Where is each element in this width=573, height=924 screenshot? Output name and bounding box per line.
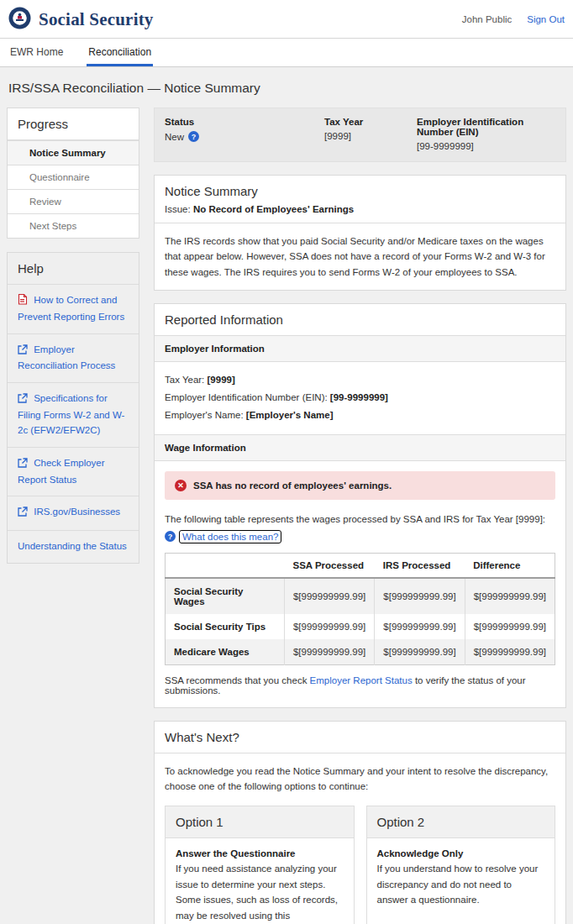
progress-title: Progress (8, 108, 139, 140)
external-link-icon (18, 395, 30, 405)
content-area: IRS/SSA Reconciliation — Notice Summary … (0, 67, 573, 924)
help-link-correct-errors[interactable]: How to Correct and Prevent Reporting Err… (8, 284, 139, 333)
tax-year-field: Tax Year [9999] (324, 117, 408, 151)
what-does-this-mean-row: ? What does this mean? (155, 528, 565, 544)
help-link-understanding-status[interactable]: Understanding the Status (8, 530, 139, 563)
option-1-title: Option 1 (166, 806, 354, 838)
status-bar: Status New ? Tax Year [9999] Employer Id… (154, 108, 566, 162)
reported-information-card: Reported Information Employer Informatio… (154, 303, 566, 707)
row-label: Medicare Wages (166, 639, 285, 665)
help-link-label: Check Employer Report Status (18, 458, 105, 485)
option-1-text: If you need assistance analyzing your is… (176, 861, 344, 924)
cell-value: $[999999999.99] (284, 614, 374, 639)
help-link-label: Specifications for Filing Forms W-2 and … (18, 393, 124, 435)
tax-year-label: Tax Year (324, 117, 408, 127)
employer-information-strip: Employer Information (155, 336, 565, 362)
employer-field-ein: Employer Identification Number (EIN): [9… (165, 389, 555, 407)
error-alert: ✕ SSA has no record of employees' earnin… (165, 471, 555, 500)
whats-next-card: What's Next? To acknowledge you read the… (154, 721, 566, 924)
row-label: Social Security Wages (166, 578, 285, 614)
help-link-label: IRS.gov/Businesses (34, 507, 120, 517)
field-label: Employer Identification Number (EIN): (165, 392, 328, 402)
issue-value: No Record of Employees' Earnings (193, 204, 354, 214)
cell-value: $[999999999.99] (375, 614, 465, 639)
user-name: John Public (462, 14, 512, 24)
option-2-text: If you understand how to resolve your di… (377, 861, 545, 907)
option-2-heading: Acknowledge Only (377, 848, 545, 858)
brand: Social Security (8, 7, 154, 32)
field-label: Employer's Name: (165, 410, 244, 420)
tab-reconciliation[interactable]: Reconciliation (87, 39, 153, 66)
pdf-icon (18, 297, 30, 307)
sidebar: Progress Notice Summary Questionnaire Re… (7, 108, 139, 564)
external-link-icon (18, 508, 30, 518)
col-ssa-processed: SSA Processed (284, 553, 374, 578)
notice-summary-card: Notice Summary Issue: No Record of Emplo… (154, 175, 566, 291)
cell-value: $[999999999.99] (465, 639, 555, 665)
error-alert-text: SSA has no record of employees' earnings… (193, 480, 392, 491)
table-row: Social Security Wages $[999999999.99] $[… (166, 578, 555, 614)
notice-summary-title: Notice Summary (165, 184, 555, 198)
reported-information-title: Reported Information (155, 304, 565, 336)
help-card: Help How to Correct and Prevent Reportin… (7, 252, 139, 564)
wage-information-strip: Wage Information (155, 434, 565, 461)
employer-field-name: Employer's Name: [Employer's Name] (165, 407, 555, 424)
col-irs-processed: IRS Processed (375, 553, 465, 578)
option-1-heading: Answer the Questionnaire (176, 848, 344, 858)
issue-label: Issue: (165, 204, 191, 214)
field-label: Tax Year: (165, 375, 204, 385)
recommend-prefix: SSA recommends that you check (165, 675, 310, 685)
cell-value: $[999999999.99] (284, 578, 374, 614)
whats-next-title: What's Next? (155, 722, 565, 753)
status-field: Status New ? (165, 117, 316, 151)
what-does-this-mean-link[interactable]: What does this mean? (180, 531, 281, 543)
error-icon: ✕ (175, 480, 187, 491)
help-link-label: Employer Reconciliation Process (18, 344, 115, 371)
help-link-specifications[interactable]: Specifications for Filing Forms W-2 and … (8, 382, 139, 446)
issue-line: Issue: No Record of Employees' Earnings (165, 204, 555, 214)
field-value: [99-9999999] (330, 392, 388, 402)
progress-item-next-steps: Next Steps (8, 213, 139, 238)
progress-item-review: Review (8, 189, 139, 213)
option-1-card: Option 1 Answer the Questionnaire If you… (165, 806, 355, 924)
help-title: Help (8, 253, 139, 284)
ssa-seal-icon (8, 7, 31, 32)
sign-out-link[interactable]: Sign Out (527, 14, 565, 24)
brand-name: Social Security (39, 9, 154, 30)
page-title: IRS/SSA Reconciliation — Notice Summary (8, 81, 565, 96)
cell-value: $[999999999.99] (284, 639, 374, 665)
site-header: Social Security John Public Sign Out (0, 0, 573, 38)
external-link-icon (18, 346, 30, 356)
wage-table-header-row: SSA Processed IRS Processed Difference (166, 553, 555, 578)
employer-report-status-link[interactable]: Employer Report Status (310, 675, 413, 685)
progress-item-questionnaire: Questionnaire (8, 165, 139, 189)
wage-table: SSA Processed IRS Processed Difference S… (165, 553, 555, 665)
progress-item-notice-summary[interactable]: Notice Summary (8, 140, 139, 165)
progress-card: Progress Notice Summary Questionnaire Re… (7, 108, 139, 239)
ein-value: [99-9999999] (417, 141, 555, 151)
help-link-irs-businesses[interactable]: IRS.gov/Businesses (8, 496, 139, 530)
tab-ewr-home[interactable]: EWR Home (8, 39, 65, 66)
question-circle-icon: ? (165, 531, 176, 542)
ein-field: Employer Identification Number (EIN) [99… (417, 117, 555, 151)
cell-value: $[999999999.99] (375, 639, 465, 665)
col-difference: Difference (465, 553, 555, 578)
help-link-reconciliation-process[interactable]: Employer Reconciliation Process (8, 333, 139, 383)
external-link-icon (18, 459, 30, 470)
nav-tabs: EWR Home Reconciliation (0, 38, 573, 67)
row-label: Social Security Tips (166, 614, 285, 639)
wage-table-intro: The following table represents the wages… (155, 510, 565, 527)
field-value: [Employer's Name] (246, 410, 334, 420)
status-label: Status (165, 117, 316, 127)
whats-next-intro: To acknowledge you read the Notice Summa… (155, 753, 565, 805)
status-value: New (165, 132, 184, 142)
status-help-icon[interactable]: ? (188, 131, 199, 142)
cell-value: $[999999999.99] (375, 578, 465, 614)
tax-year-value: [9999] (324, 131, 408, 141)
help-link-check-report-status[interactable]: Check Employer Report Status (8, 447, 139, 496)
notice-summary-header: Notice Summary Issue: No Record of Emplo… (155, 176, 565, 223)
help-link-label: How to Correct and Prevent Reporting Err… (18, 295, 124, 322)
help-link-label: Understanding the Status (18, 541, 127, 551)
notice-summary-body: The IRS records show that you paid Socia… (155, 223, 565, 290)
ein-label: Employer Identification Number (EIN) (417, 117, 555, 137)
